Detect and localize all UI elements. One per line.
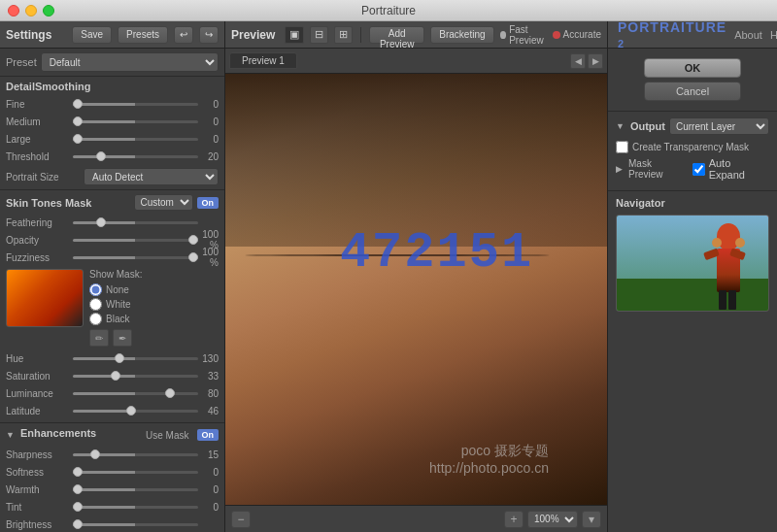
white-radio[interactable] xyxy=(89,298,102,311)
maximize-button[interactable] xyxy=(43,5,54,17)
large-slider[interactable] xyxy=(73,138,198,141)
opacity-row: Opacity 100 % xyxy=(6,232,219,248)
eyedropper2-button[interactable]: ✒ xyxy=(113,329,132,347)
zoom-out-button[interactable]: − xyxy=(231,511,251,528)
minimize-button[interactable] xyxy=(25,5,37,17)
accurate-dot-icon xyxy=(553,31,560,39)
feathering-slider[interactable] xyxy=(73,221,198,224)
fast-preview-option[interactable]: Fast Preview xyxy=(500,24,547,46)
softness-slider[interactable] xyxy=(73,471,198,474)
window-title: Portraiture xyxy=(361,4,416,17)
svg-point-2 xyxy=(717,223,740,250)
auto-expand-label: Auto Expand xyxy=(709,157,769,181)
center-panel: Preview ▣ ⊟ ⊞ Add Preview Bracketing Fas… xyxy=(225,21,607,532)
fine-slider[interactable] xyxy=(73,103,198,106)
luminance-value: 80 xyxy=(202,388,219,399)
hue-slider[interactable] xyxy=(73,357,198,360)
watermark-number: 472151 xyxy=(340,224,533,282)
auto-expand-checkbox[interactable] xyxy=(693,163,705,176)
large-row: Large 0 xyxy=(6,131,219,147)
create-transparency-checkbox[interactable] xyxy=(616,141,628,153)
warmth-slider[interactable] xyxy=(73,488,198,491)
settings-label: Settings xyxy=(6,28,51,42)
multi-view-button[interactable]: ⊞ xyxy=(334,26,353,44)
threshold-slider[interactable] xyxy=(73,155,198,158)
zoom-select[interactable]: 100% xyxy=(527,511,578,528)
black-radio-row[interactable]: Black xyxy=(89,313,219,325)
tint-slider[interactable] xyxy=(73,506,198,509)
tab-prev-button[interactable]: ◀ xyxy=(570,53,586,69)
ok-button[interactable]: OK xyxy=(644,58,741,78)
right-header: PORTRAITURE 2 About Help xyxy=(608,21,777,49)
sharpness-slider[interactable] xyxy=(73,453,198,456)
warmth-label: Warmth xyxy=(6,484,69,495)
none-radio-row[interactable]: None xyxy=(89,283,219,296)
eyedropper-button[interactable]: ✏ xyxy=(89,329,109,347)
create-transparency-row: Create Transparency Mask xyxy=(616,141,769,153)
latitude-slider[interactable] xyxy=(73,410,198,413)
hue-label: Hue xyxy=(6,353,69,364)
medium-slider[interactable] xyxy=(73,120,198,123)
black-radio[interactable] xyxy=(89,313,102,325)
about-button[interactable]: About xyxy=(734,29,762,41)
threshold-label: Threshold xyxy=(6,151,69,162)
output-layer-select[interactable]: Current Layer xyxy=(669,117,769,135)
enhancements-section: ▼ Enhancements Use Mask On Sharpness 15 … xyxy=(0,423,224,532)
feathering-label: Feathering xyxy=(6,217,69,228)
white-radio-row[interactable]: White xyxy=(89,298,219,311)
preview-tab-1[interactable]: Preview 1 xyxy=(229,52,297,69)
luminance-slider[interactable] xyxy=(73,392,198,395)
preview-label: Preview xyxy=(231,28,275,42)
mask-preview-label: Mask Preview xyxy=(628,158,689,180)
enhancements-on-badge[interactable]: On xyxy=(197,429,220,441)
detail-smoothing-section: DetailSmoothing Fine 0 Medium 0 Large 0 xyxy=(0,77,224,190)
brightness-label: Brightness xyxy=(6,519,69,530)
none-radio[interactable] xyxy=(89,283,102,296)
left-content: DetailSmoothing Fine 0 Medium 0 Large 0 xyxy=(0,77,224,532)
toolbar-separator xyxy=(360,27,361,43)
collapse-arrow-icon[interactable]: ▼ xyxy=(6,430,15,440)
save-button[interactable]: Save xyxy=(72,26,112,44)
help-button[interactable]: Help xyxy=(770,29,777,41)
fuzziness-row: Fuzziness 100 % xyxy=(6,249,219,265)
threshold-value: 20 xyxy=(202,151,219,162)
color-swatch[interactable] xyxy=(6,269,84,327)
opacity-slider[interactable] xyxy=(73,239,198,242)
zoom-in-button[interactable]: + xyxy=(504,511,524,528)
preset-select[interactable]: Default xyxy=(41,52,219,72)
output-row: ▼ Output Current Layer xyxy=(616,117,769,135)
split-view-button[interactable]: ⊟ xyxy=(310,26,328,44)
eyedropper-row: ✏ ✒ xyxy=(89,329,219,347)
softness-row: Softness 0 xyxy=(6,464,219,480)
presets-button[interactable]: Presets xyxy=(118,26,168,44)
navigator-thumbnail[interactable] xyxy=(616,215,769,312)
saturation-slider[interactable] xyxy=(73,375,198,378)
accurate-option[interactable]: Accurate xyxy=(553,29,601,40)
close-button[interactable] xyxy=(8,5,19,17)
undo-button[interactable]: ↩ xyxy=(174,26,193,44)
none-label: None xyxy=(106,284,129,295)
mask-preview-collapse-icon[interactable]: ▶ xyxy=(616,164,623,174)
hue-row: Hue 130 xyxy=(6,350,219,366)
bracketing-button[interactable]: Bracketing xyxy=(430,26,493,44)
output-collapse-icon[interactable]: ▼ xyxy=(616,121,625,131)
mask-type-select[interactable]: Custom xyxy=(134,194,193,211)
latitude-value: 46 xyxy=(202,406,219,416)
on-badge[interactable]: On xyxy=(197,197,220,209)
medium-value: 0 xyxy=(202,116,219,127)
tab-next-button[interactable]: ▶ xyxy=(588,53,603,69)
preview-area[interactable]: 472151 poco 摄影专题 http://photo.poco.cn xyxy=(225,74,607,505)
cancel-button[interactable]: Cancel xyxy=(644,82,741,101)
color-picker-area: Show Mask: None White Black xyxy=(6,269,219,347)
fuzziness-slider[interactable] xyxy=(73,256,198,259)
redo-button[interactable]: ↪ xyxy=(199,26,219,44)
accurate-label: Accurate xyxy=(563,29,601,40)
black-label: Black xyxy=(106,314,129,324)
add-preview-button[interactable]: Add Preview xyxy=(369,26,424,44)
single-view-button[interactable]: ▣ xyxy=(285,26,304,44)
medium-row: Medium 0 xyxy=(6,114,219,129)
zoom-dropdown-button[interactable]: ▾ xyxy=(582,511,601,528)
output-section: ▼ Output Current Layer Create Transparen… xyxy=(608,112,777,191)
brightness-slider[interactable] xyxy=(73,523,198,526)
portrait-size-select[interactable]: Auto Detect xyxy=(84,168,219,185)
